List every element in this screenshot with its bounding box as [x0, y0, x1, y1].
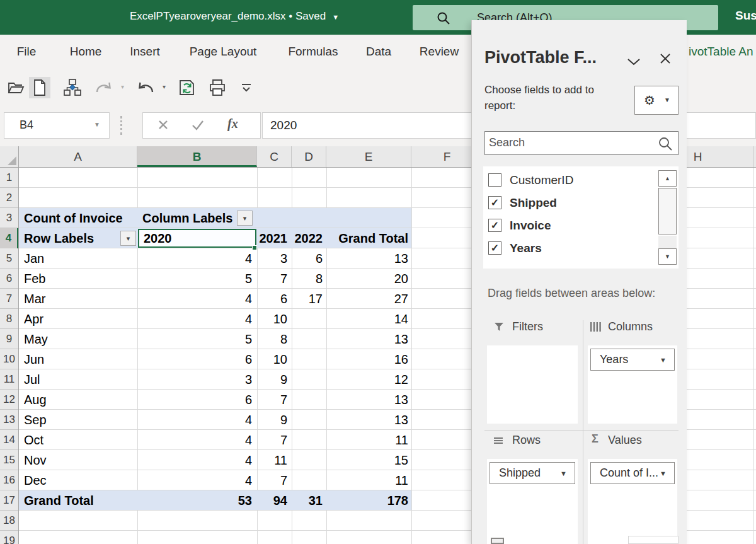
pivot-value-nov-B[interactable]: 4 [245, 450, 252, 470]
row-header-7[interactable]: 7 [0, 289, 18, 309]
pivot-value-jul-C[interactable]: 9 [280, 369, 287, 390]
pivot-row-label-apr[interactable]: Apr [24, 309, 43, 329]
pivot-grand-total-E[interactable]: 178 [387, 490, 408, 511]
ribbon-tab-insert[interactable]: Insert [130, 45, 160, 59]
pivot-value-may-B[interactable]: 5 [245, 329, 252, 349]
scrollbar-thumb[interactable] [658, 188, 677, 234]
pivot-grand-total-B[interactable]: 53 [238, 490, 252, 511]
undo-dropdown-caret-icon[interactable]: ▾ [163, 83, 166, 90]
pivot-value-jun-E[interactable]: 16 [394, 349, 408, 369]
filters-drop-zone[interactable] [487, 345, 578, 424]
row-header-2[interactable]: 2 [0, 188, 18, 208]
values-field-pill[interactable]: Count of I...▼ [590, 462, 675, 484]
pivot-value-aug-E[interactable]: 13 [394, 390, 408, 410]
hierarchy-icon[interactable] [62, 77, 83, 98]
ribbon-tab-page-layout[interactable]: Page Layout [190, 45, 257, 59]
scrollbar-track[interactable] [658, 236, 677, 248]
row-header-18[interactable]: 18 [0, 511, 18, 531]
print-preview-icon[interactable] [207, 77, 228, 98]
scroll-down-button[interactable]: ▼ [658, 248, 677, 265]
row-header-3[interactable]: 3 [0, 208, 18, 228]
pivot-value-dec-E[interactable]: 11 [395, 470, 408, 490]
pivot-cell-a3[interactable]: Count of Invoice [24, 208, 123, 228]
row-header-12[interactable]: 12 [0, 390, 18, 410]
tools-gear-button[interactable]: ⚙▼ [634, 86, 679, 115]
pivot-row-label-mar[interactable]: Mar [24, 289, 45, 309]
document-title[interactable]: ExcelPTyearoveryear_demo.xlsx • Saved▼ [130, 10, 339, 23]
ribbon-tab-data[interactable]: Data [366, 45, 391, 59]
pivot-value-apr-B[interactable]: 4 [245, 309, 252, 329]
pivot-row-label-dec[interactable]: Dec [24, 470, 47, 490]
ribbon-tab-file[interactable]: File [17, 45, 37, 59]
pivot-value-dec-B[interactable]: 4 [245, 470, 252, 490]
row-header-15[interactable]: 15 [0, 450, 18, 470]
pivot-value-aug-B[interactable]: 6 [245, 390, 252, 410]
column-header-A[interactable]: A [19, 146, 137, 167]
cancel-entry-icon[interactable] [157, 119, 169, 134]
pill-dropdown-caret-icon[interactable]: ▼ [660, 356, 667, 364]
pivot-grand-total-label[interactable]: Grand Total [24, 490, 94, 511]
save-refresh-icon[interactable] [176, 77, 198, 98]
pivot-row-label-jun[interactable]: Jun [24, 349, 44, 369]
pivot-value-sep-C[interactable]: 9 [280, 410, 287, 430]
pivot-value-feb-B[interactable]: 5 [245, 269, 252, 289]
pivot-value-dec-C[interactable]: 7 [280, 470, 287, 490]
pivot-row-label-jan[interactable]: Jan [24, 248, 44, 269]
new-file-icon[interactable] [29, 77, 50, 98]
pivot-value-sep-E[interactable]: 13 [394, 410, 408, 430]
row-header-19[interactable]: 19 [0, 531, 18, 544]
pivot-row-label-aug[interactable]: Aug [24, 390, 47, 410]
pivot-value-apr-E[interactable]: 14 [394, 309, 408, 329]
rows-field-pill[interactable]: Shipped▼ [490, 462, 575, 484]
pivot-value-may-E[interactable]: 13 [394, 329, 408, 349]
row-header-13[interactable]: 13 [0, 410, 18, 430]
pivot-value-feb-D[interactable]: 8 [316, 269, 323, 289]
pivot-grand-total-D[interactable]: 31 [309, 490, 323, 511]
pivot-value-sep-B[interactable]: 4 [245, 410, 252, 430]
pivot-value-jul-E[interactable]: 12 [394, 369, 408, 390]
pivot-value-jun-C[interactable]: 10 [273, 349, 287, 369]
redo-dropdown-caret-icon[interactable]: ▾ [121, 83, 124, 90]
pivot-row-label-nov[interactable]: Nov [24, 450, 47, 470]
row-labels-filter-button[interactable]: ▾ [120, 231, 136, 246]
open-icon[interactable] [5, 77, 26, 98]
pivot-value-jan-B[interactable]: 4 [245, 248, 252, 269]
column-header-D[interactable]: D [292, 146, 326, 167]
pivot-value-nov-E[interactable]: 15 [394, 450, 408, 470]
pivot-value-jan-E[interactable]: 13 [394, 248, 408, 269]
row-header-1[interactable]: 1 [0, 168, 18, 188]
row-header-17[interactable]: 17 [0, 490, 18, 511]
pivot-value-may-C[interactable]: 8 [280, 329, 287, 349]
tab-pivottable-analyze-partial[interactable]: ivotTable An [689, 45, 753, 59]
field-checkbox-checked[interactable]: ✓ [488, 196, 501, 209]
name-box-caret-icon[interactable]: ▼ [94, 121, 100, 128]
row-header-8[interactable]: 8 [0, 309, 18, 329]
row-header-14[interactable]: 14 [0, 430, 18, 450]
pivot-row-label-feb[interactable]: Feb [24, 269, 45, 289]
pivot-value-mar-E[interactable]: 27 [394, 289, 408, 309]
scroll-up-button[interactable]: ▲ [658, 170, 677, 187]
pivot-value-aug-C[interactable]: 7 [280, 390, 287, 410]
column-header-B[interactable]: B [137, 146, 257, 167]
pivot-cell-e4[interactable]: Grand Total [338, 228, 408, 248]
row-header-16[interactable]: 16 [0, 470, 18, 490]
row-header-10[interactable]: 10 [0, 349, 18, 369]
pivot-row-label-jul[interactable]: Jul [24, 369, 40, 390]
pivot-value-oct-E[interactable]: 11 [395, 430, 408, 450]
defer-layout-checkbox-partial[interactable] [491, 538, 504, 544]
pivot-cell-c4[interactable]: 2021 [260, 228, 288, 248]
pivot-value-jun-B[interactable]: 6 [245, 349, 252, 369]
row-header-11[interactable]: 11 [0, 369, 18, 390]
field-checkbox-checked[interactable]: ✓ [488, 219, 501, 232]
pivot-value-oct-B[interactable]: 4 [245, 430, 252, 450]
select-all-corner[interactable] [0, 146, 19, 167]
confirm-entry-icon[interactable] [191, 119, 205, 134]
column-header-E[interactable]: E [326, 146, 411, 167]
pivot-value-jan-C[interactable]: 3 [280, 248, 287, 269]
ribbon-tab-formulas[interactable]: Formulas [288, 45, 338, 59]
pivot-value-apr-C[interactable]: 10 [273, 309, 287, 329]
name-box[interactable]: B4 ▼ [4, 112, 110, 139]
panel-close-icon[interactable] [660, 53, 671, 67]
pivot-cell-a4[interactable]: Row Labels [24, 228, 94, 248]
pivot-grand-total-C[interactable]: 94 [273, 490, 287, 511]
